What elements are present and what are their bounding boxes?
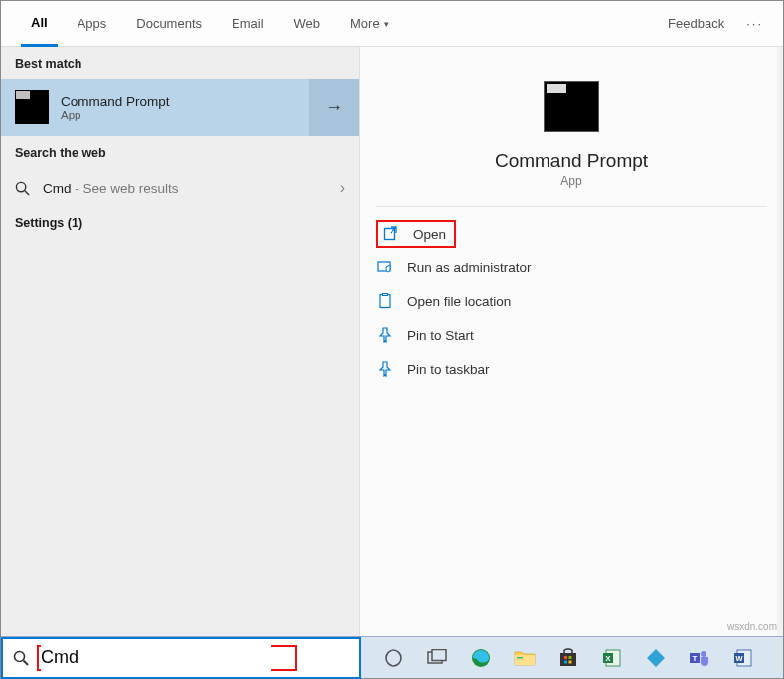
svg-point-8: [386, 650, 401, 666]
web-term: Cmd: [43, 181, 72, 196]
action-pin-taskbar-label: Pin to taskbar: [407, 362, 490, 377]
svg-line-7: [24, 660, 29, 665]
file-explorer-icon[interactable]: [512, 645, 538, 671]
tab-documents[interactable]: Documents: [126, 1, 212, 47]
results-panel: Best match Command Prompt App → Search t…: [1, 47, 360, 636]
preview-subtitle: App: [560, 174, 581, 188]
action-open[interactable]: Open: [376, 217, 783, 251]
chevron-right-icon: ›: [340, 179, 345, 197]
microsoft-store-icon[interactable]: [555, 645, 581, 671]
word-icon[interactable]: W: [730, 645, 756, 671]
action-run-admin[interactable]: Run as administrator: [376, 251, 783, 284]
feedback-link[interactable]: Feedback: [658, 1, 734, 47]
command-prompt-icon: [15, 90, 49, 124]
scrollbar[interactable]: [777, 47, 783, 636]
tab-email[interactable]: Email: [222, 1, 274, 47]
divider: [376, 206, 767, 207]
web-result-row[interactable]: Cmd - See web results ›: [1, 168, 359, 208]
search-web-header: Search the web: [1, 136, 359, 168]
web-suffix: - See web results: [72, 181, 179, 196]
main-area: Best match Command Prompt App → Search t…: [1, 47, 783, 636]
svg-rect-5: [383, 294, 388, 296]
action-run-admin-label: Run as administrator: [407, 260, 532, 275]
search-input[interactable]: [41, 645, 271, 671]
admin-shield-icon: [376, 259, 393, 275]
action-pin-start[interactable]: Pin to Start: [376, 318, 783, 352]
svg-line-1: [25, 190, 29, 194]
settings-category[interactable]: Settings (1): [1, 208, 359, 238]
svg-point-25: [701, 651, 706, 657]
action-file-location[interactable]: Open file location: [376, 284, 783, 318]
svg-rect-16: [564, 656, 567, 659]
svg-text:X: X: [605, 654, 611, 663]
tab-web[interactable]: Web: [284, 1, 331, 47]
best-match-content: Command Prompt App: [15, 79, 309, 136]
svg-rect-14: [517, 657, 523, 658]
chevron-down-icon: ▾: [384, 19, 389, 29]
search-icon: [15, 181, 31, 196]
open-icon: [382, 226, 399, 242]
action-file-location-label: Open file location: [407, 294, 511, 309]
svg-rect-13: [515, 655, 535, 665]
search-icon: [13, 650, 29, 666]
tabs-bar: All Apps Documents Email Web More▾ Feedb…: [1, 1, 783, 47]
actions-list: Open Run as administrator Open file loca…: [360, 217, 783, 386]
action-pin-taskbar[interactable]: Pin to taskbar: [376, 352, 783, 386]
svg-point-0: [16, 182, 25, 191]
svg-rect-17: [569, 656, 572, 659]
cortana-icon[interactable]: [381, 645, 406, 671]
tab-all[interactable]: All: [21, 1, 58, 47]
edge-icon[interactable]: [468, 645, 494, 671]
watermark: wsxdn.com: [727, 621, 777, 632]
svg-point-6: [15, 651, 25, 661]
excel-icon[interactable]: X: [599, 645, 625, 671]
web-result-text: Cmd - See web results: [43, 181, 179, 196]
svg-rect-4: [380, 295, 390, 308]
command-prompt-large-icon: [544, 81, 599, 132]
action-open-label: Open: [413, 227, 446, 242]
preview-title: Command Prompt: [495, 150, 648, 172]
svg-rect-10: [432, 649, 446, 660]
action-pin-start-label: Pin to Start: [407, 328, 474, 343]
taskbar: X T W: [1, 636, 783, 678]
more-options-button[interactable]: ···: [738, 16, 771, 31]
preview-panel: Command Prompt App Open: [360, 47, 783, 636]
expand-arrow-button[interactable]: →: [309, 79, 359, 136]
search-highlight: [37, 645, 297, 671]
svg-rect-15: [560, 653, 576, 666]
teams-icon[interactable]: T: [687, 645, 712, 671]
taskbar-icons: X T W: [361, 645, 756, 671]
pin-start-icon: [376, 327, 393, 343]
best-match-subtitle: App: [61, 109, 170, 121]
taskbar-search-box[interactable]: [1, 637, 361, 679]
tab-apps[interactable]: Apps: [68, 1, 117, 47]
best-match-title: Command Prompt: [61, 94, 170, 109]
svg-text:T: T: [693, 654, 698, 663]
tab-more[interactable]: More▾: [340, 1, 398, 47]
best-match-header: Best match: [1, 47, 359, 79]
svg-rect-18: [564, 660, 567, 663]
pin-taskbar-icon: [376, 361, 393, 377]
svg-text:W: W: [735, 654, 743, 663]
file-location-icon: [376, 293, 393, 309]
task-view-icon[interactable]: [424, 645, 450, 671]
tab-more-label: More: [350, 16, 380, 31]
best-match-result[interactable]: Command Prompt App →: [1, 79, 359, 136]
kodi-icon[interactable]: [643, 645, 669, 671]
start-search-window: All Apps Documents Email Web More▾ Feedb…: [0, 0, 784, 679]
svg-rect-19: [569, 660, 572, 663]
